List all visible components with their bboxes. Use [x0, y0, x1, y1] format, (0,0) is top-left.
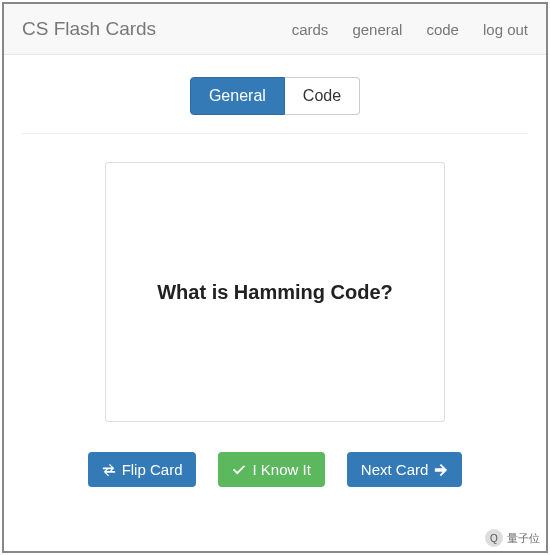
card-question: What is Hamming Code? [157, 281, 393, 304]
swap-icon [102, 463, 116, 477]
nav-link-cards[interactable]: cards [292, 21, 329, 38]
app-frame: CS Flash Cards cards general code log ou… [2, 2, 548, 553]
nav-link-logout[interactable]: log out [483, 21, 528, 38]
watermark-text: 量子位 [507, 531, 540, 546]
flip-card-label: Flip Card [122, 461, 183, 478]
nav-links: cards general code log out [292, 21, 528, 38]
nav-link-general[interactable]: general [352, 21, 402, 38]
card-container: What is Hamming Code? [4, 162, 546, 422]
tab-general[interactable]: General [190, 77, 285, 115]
check-icon [232, 463, 246, 477]
next-card-button[interactable]: Next Card [347, 452, 463, 487]
divider [22, 133, 528, 134]
know-it-button[interactable]: I Know It [218, 452, 324, 487]
button-row: Flip Card I Know It Next Card [4, 452, 546, 487]
nav-link-code[interactable]: code [426, 21, 459, 38]
next-card-label: Next Card [361, 461, 429, 478]
flip-card-button[interactable]: Flip Card [88, 452, 197, 487]
arrow-right-icon [434, 463, 448, 477]
navbar: CS Flash Cards cards general code log ou… [4, 4, 546, 55]
flash-card[interactable]: What is Hamming Code? [105, 162, 445, 422]
category-tabs: General Code [4, 77, 546, 115]
tab-code[interactable]: Code [285, 77, 360, 115]
know-it-label: I Know It [252, 461, 310, 478]
watermark: Q 量子位 [485, 529, 540, 547]
brand-title[interactable]: CS Flash Cards [22, 18, 156, 40]
watermark-icon: Q [485, 529, 503, 547]
